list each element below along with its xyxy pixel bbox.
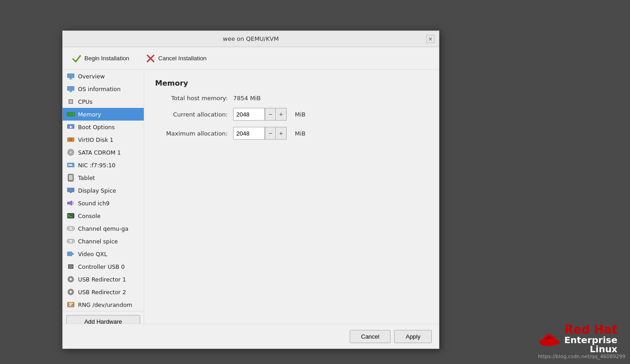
svg-marker-33 (69, 200, 72, 206)
cancel-installation-button[interactable]: Cancel Installation (142, 52, 210, 65)
sidebar-item-label-overview: Overview (78, 73, 105, 80)
sidebar-item-boot-options[interactable]: Boot Options (63, 121, 144, 133)
svg-point-37 (68, 228, 70, 229)
svg-rect-34 (67, 213, 74, 218)
sidebar-item-label-console: Console (78, 213, 101, 219)
svg-point-46 (69, 266, 70, 267)
sidebar-item-label-boot-options: Boot Options (78, 124, 115, 131)
redhat-url: https://blog.csdn.net/qq_46089299 (538, 354, 625, 359)
cdrom-icon (66, 149, 75, 156)
main-panel: Memory Total host memory: 7854 MiB Curre… (144, 70, 439, 324)
monitor-icon (66, 85, 75, 92)
current-allocation-increment[interactable]: + (276, 108, 287, 121)
maximum-allocation-decrement[interactable]: − (265, 127, 276, 140)
svg-rect-26 (71, 164, 72, 166)
total-memory-value: 7854 MiB (233, 95, 261, 102)
sidebar-item-sata-cdrom[interactable]: SATA CDROM 1 (63, 146, 144, 159)
sidebar-item-cpus[interactable]: CPUs (63, 95, 144, 108)
sound-icon (66, 199, 75, 207)
sidebar-item-controller-usb[interactable]: Controller USB 0 (63, 260, 144, 273)
sidebar: OverviewOS informationCPUsMemoryBoot Opt… (63, 70, 144, 324)
video-icon (66, 250, 75, 257)
sidebar-item-tablet[interactable]: Tablet (63, 171, 144, 184)
sidebar-item-label-os-info: OS information (78, 86, 121, 92)
svg-rect-6 (67, 86, 74, 91)
sidebar-item-virtio-disk[interactable]: VirtIO Disk 1 (63, 133, 144, 146)
cancel-icon (146, 53, 156, 63)
main-dialog: wee on QEMU/KVM × Begin Installation Can… (62, 30, 440, 349)
sidebar-item-label-video-qxl: Video QXL (78, 251, 107, 257)
monitor-icon (66, 73, 75, 80)
total-memory-label: Total host memory: (155, 95, 228, 102)
svg-rect-15 (72, 113, 73, 115)
current-allocation-decrement[interactable]: − (265, 108, 276, 121)
sidebar-item-list: OverviewOS informationCPUsMemoryBoot Opt… (63, 70, 144, 311)
channel-icon (66, 225, 75, 232)
begin-installation-button[interactable]: Begin Installation (68, 52, 133, 65)
svg-point-29 (70, 180, 71, 181)
svg-rect-7 (70, 91, 72, 92)
sidebar-item-display-spice[interactable]: Display Spice (63, 184, 144, 197)
cpu-icon (66, 98, 75, 105)
svg-rect-31 (70, 192, 72, 193)
sidebar-item-usb-redir-1[interactable]: USB Redirector 1 (63, 273, 144, 286)
maximum-allocation-unit: MiB (295, 130, 306, 137)
sidebar-item-os-info[interactable]: OS information (63, 83, 144, 95)
svg-rect-13 (69, 113, 70, 115)
sidebar-item-label-virtio-disk: VirtIO Disk 1 (78, 136, 113, 143)
svg-rect-30 (67, 188, 74, 192)
toolbar: Begin Installation Cancel Installation (63, 47, 439, 70)
sidebar-item-usb-redir-2[interactable]: USB Redirector 2 (63, 286, 144, 298)
sidebar-item-label-channel-qemu: Channel qemu-ga (78, 225, 128, 232)
sidebar-item-channel-spice[interactable]: Channel spice (63, 235, 144, 248)
sidebar-item-nic[interactable]: NIC :f7:95:10 (63, 159, 144, 171)
rng-icon: 🎲 (66, 301, 75, 308)
display-icon (66, 187, 75, 194)
svg-rect-42 (67, 252, 72, 256)
apply-button[interactable]: Apply (394, 330, 432, 343)
bottom-bar: Cancel Apply (63, 324, 439, 349)
svg-rect-24 (68, 164, 69, 166)
sidebar-item-label-rng: RNG /dev/urandom (78, 301, 132, 308)
window-title: wee on QEMU/KVM (75, 35, 426, 42)
boot-icon (66, 123, 75, 131)
sidebar-item-rng[interactable]: 🎲RNG /dev/urandom (63, 298, 144, 311)
tablet-icon (66, 174, 75, 181)
current-allocation-input[interactable] (233, 108, 265, 121)
sidebar-item-channel-qemu[interactable]: Channel qemu-ga (63, 222, 144, 235)
titlebar: wee on QEMU/KVM × (63, 31, 439, 47)
sidebar-item-label-sata-cdrom: SATA CDROM 1 (78, 149, 121, 156)
sidebar-item-label-memory: Memory (78, 111, 101, 118)
maximum-allocation-increment[interactable]: + (276, 127, 287, 140)
svg-rect-12 (68, 113, 69, 115)
svg-text:🎲: 🎲 (68, 302, 74, 307)
svg-rect-8 (69, 92, 73, 92)
svg-rect-32 (67, 202, 69, 204)
svg-rect-25 (70, 164, 71, 166)
content-area: OverviewOS informationCPUsMemoryBoot Opt… (63, 70, 439, 324)
sidebar-item-console[interactable]: Console (63, 209, 144, 222)
sidebar-item-label-tablet: Tablet (78, 175, 95, 181)
svg-rect-10 (69, 100, 72, 103)
sidebar-item-sound[interactable]: Sound ich9 (63, 197, 144, 209)
svg-point-41 (72, 240, 73, 242)
section-title: Memory (155, 79, 428, 87)
sidebar-item-overview[interactable]: Overview (63, 70, 144, 83)
sidebar-item-video-qxl[interactable]: Video QXL (63, 248, 144, 260)
sidebar-item-label-display-spice: Display Spice (78, 187, 116, 194)
maximum-allocation-input[interactable] (233, 127, 265, 140)
usbredir-icon (66, 288, 75, 296)
cancel-button[interactable]: Cancel (350, 330, 391, 343)
begin-installation-label: Begin Installation (84, 55, 129, 62)
svg-marker-43 (72, 252, 74, 255)
add-hardware-button[interactable]: Add Hardware (66, 315, 140, 324)
close-button[interactable]: × (426, 35, 435, 43)
maximum-allocation-row: Maximum allocation: − + MiB (155, 127, 428, 140)
add-hardware-section: Add Hardware (63, 311, 144, 324)
sidebar-item-label-usb-redir-2: USB Redirector 2 (78, 289, 126, 296)
svg-rect-14 (71, 113, 72, 115)
sidebar-item-label-nic: NIC :f7:95:10 (78, 162, 116, 169)
svg-point-40 (68, 240, 70, 242)
sidebar-item-memory[interactable]: Memory (63, 108, 144, 121)
current-allocation-label: Current allocation: (155, 111, 228, 118)
